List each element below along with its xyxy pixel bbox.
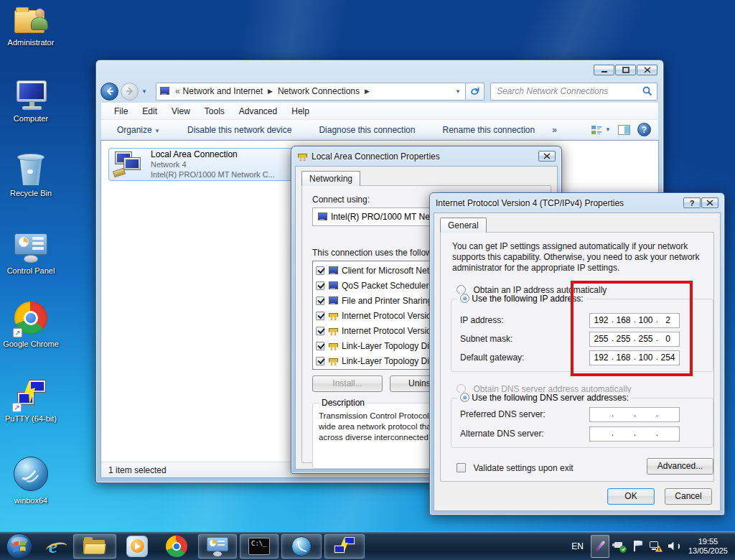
subnet-mask-field[interactable]: 2552552550 xyxy=(589,332,680,347)
ip-address-field[interactable]: 1921681002 xyxy=(589,313,680,328)
alternate-dns-field[interactable] xyxy=(589,426,680,442)
radio-selected-icon[interactable] xyxy=(460,294,469,303)
diagnose-connection-button[interactable]: Diagnose this connection xyxy=(310,122,423,138)
desktop-icon-administrator[interactable]: Administrator xyxy=(0,4,62,47)
chrome-icon: ↗ xyxy=(13,302,49,337)
address-dropdown-icon[interactable]: ▼ xyxy=(455,88,462,95)
alternate-dns-label: Alternate DNS server: xyxy=(460,429,544,439)
install-button[interactable]: Install... xyxy=(312,375,383,392)
checkbox-checked[interactable] xyxy=(316,297,324,305)
menu-help[interactable]: Help xyxy=(284,104,317,118)
close-icon[interactable] xyxy=(701,197,718,208)
taskbar-control-panel[interactable] xyxy=(198,534,237,559)
menu-edit[interactable]: Edit xyxy=(135,104,164,118)
general-tab-page: You can get IP settings assigned automat… xyxy=(440,232,714,482)
taskbar-windows-explorer[interactable] xyxy=(73,534,116,559)
search-input[interactable] xyxy=(491,86,642,96)
breadcrumb-network-connections[interactable]: Network Connections xyxy=(278,86,360,96)
help-button[interactable]: ? xyxy=(637,123,651,136)
protocol-icon xyxy=(328,327,338,335)
organize-button[interactable]: Organize ▼ xyxy=(108,122,169,138)
desktop-icon-label: PuTTY (64-bit) xyxy=(0,414,62,424)
close-icon[interactable] xyxy=(538,151,556,162)
back-button[interactable] xyxy=(100,83,118,101)
radio-use-ip[interactable]: Use the following IP address: xyxy=(457,294,586,304)
checkbox-checked[interactable] xyxy=(316,281,324,290)
maximize-button[interactable] xyxy=(615,65,636,75)
disable-device-button[interactable]: Disable this network device xyxy=(179,122,300,138)
rename-connection-button[interactable]: Rename this connection xyxy=(434,122,543,138)
search-icon[interactable] xyxy=(642,86,652,96)
preferred-dns-label: Preferred DNS server: xyxy=(460,409,546,419)
desktop-icon-recycle-bin[interactable]: Recycle Bin xyxy=(0,151,62,198)
minimize-button[interactable] xyxy=(594,65,614,75)
recent-pages-chevron[interactable]: ▼ xyxy=(141,88,147,95)
validate-checkbox-row[interactable]: Validate settings upon exit xyxy=(457,461,574,474)
taskbar-command-prompt[interactable]: C:\_ xyxy=(240,534,278,559)
desktop-icon-google-chrome[interactable]: ↗ Google Chrome xyxy=(0,302,62,349)
start-button[interactable] xyxy=(6,533,33,560)
menu-view[interactable]: View xyxy=(164,104,197,118)
views-dropdown-icon: ▼ xyxy=(605,126,611,133)
clock-date: 13/05/2025 xyxy=(688,546,728,556)
media-player-icon xyxy=(126,536,148,557)
cancel-button[interactable]: Cancel xyxy=(665,488,712,505)
taskbar-winbox[interactable] xyxy=(281,534,322,559)
organize-dropdown-icon: ▼ xyxy=(154,128,160,134)
network-warning-tray-icon[interactable] xyxy=(650,540,663,553)
search-box[interactable] xyxy=(490,83,657,101)
radio-use-dns[interactable]: Use the following DNS server addresses: xyxy=(457,393,632,403)
views-button[interactable]: ▼ xyxy=(591,125,611,135)
refresh-button[interactable] xyxy=(466,83,484,101)
ok-button[interactable]: OK xyxy=(607,488,655,505)
menu-file[interactable]: File xyxy=(107,104,135,118)
default-gateway-label: Default gateway: xyxy=(460,353,524,363)
ipv4-dialog-title: Internet Protocol Version 4 (TCP/IPv4) P… xyxy=(436,198,624,208)
checkbox-checked[interactable] xyxy=(316,327,324,335)
default-gateway-field[interactable]: 192168100254 xyxy=(589,350,680,365)
local-area-connection-item[interactable]: Local Area Connection Network 4 Intel(R)… xyxy=(108,148,295,181)
radio-selected-icon[interactable] xyxy=(460,393,469,402)
desktop-icon-winbox64[interactable]: winbox64 xyxy=(0,457,62,505)
taskbar-chrome[interactable] xyxy=(158,534,195,559)
checkbox-checked[interactable] xyxy=(316,342,324,350)
address-bar[interactable]: « Network and Internet ▶ Network Connect… xyxy=(156,83,466,101)
lac-dialog-titlebar[interactable]: Local Area Connection Properties xyxy=(291,146,561,166)
tab-networking[interactable]: Networking xyxy=(301,171,360,186)
action-center-flag-icon[interactable] xyxy=(632,540,645,553)
desktop-icon-label: Google Chrome xyxy=(0,340,62,349)
desktop-icon-computer[interactable]: Computer xyxy=(0,79,62,123)
close-button[interactable] xyxy=(637,65,657,75)
breadcrumb-arrow-icon[interactable]: ▶ xyxy=(360,88,375,95)
preview-pane-icon[interactable] xyxy=(618,125,630,135)
help-icon[interactable]: ? xyxy=(683,197,701,208)
command-prompt-icon: C:\_ xyxy=(248,538,270,555)
menu-tools[interactable]: Tools xyxy=(197,104,232,118)
forward-button[interactable] xyxy=(121,83,139,101)
checkbox-checked[interactable] xyxy=(316,266,324,275)
ipv4-dialog-titlebar[interactable]: Internet Protocol Version 4 (TCP/IPv4) P… xyxy=(430,193,724,213)
checkbox-checked[interactable] xyxy=(316,357,324,365)
pen-input-tray-button[interactable] xyxy=(591,535,609,558)
checkbox-unchecked[interactable] xyxy=(457,463,466,472)
volume-tray-icon[interactable] xyxy=(668,540,680,553)
checkbox-checked[interactable] xyxy=(316,312,324,320)
taskbar-internet-explorer[interactable]: e xyxy=(36,534,70,559)
language-indicator[interactable]: EN xyxy=(571,541,584,551)
use-ip-group: Use the following IP address: IP address… xyxy=(451,299,713,372)
breadcrumb-network-and-internet[interactable]: Network and Internet xyxy=(183,86,263,96)
more-commands-chevron[interactable]: » xyxy=(543,122,566,138)
explorer-titlebar[interactable] xyxy=(96,60,663,80)
taskbar-putty[interactable] xyxy=(324,534,365,559)
taskbar-media-player[interactable] xyxy=(119,534,155,559)
advanced-button[interactable]: Advanced... xyxy=(647,458,713,475)
desktop-icon-control-panel[interactable]: Control Panel xyxy=(0,231,62,276)
tab-general[interactable]: General xyxy=(440,218,487,233)
adapter-icon xyxy=(317,213,327,221)
taskbar-clock[interactable]: 19:55 13/05/2025 xyxy=(688,537,728,556)
breadcrumb-arrow-icon[interactable]: ▶ xyxy=(263,88,278,95)
usb-device-tray-icon[interactable] xyxy=(614,540,627,553)
preferred-dns-field[interactable] xyxy=(589,407,680,422)
menu-advanced[interactable]: Advanced xyxy=(232,104,284,118)
desktop-icon-putty[interactable]: ↗ PuTTY (64-bit) xyxy=(0,379,62,424)
